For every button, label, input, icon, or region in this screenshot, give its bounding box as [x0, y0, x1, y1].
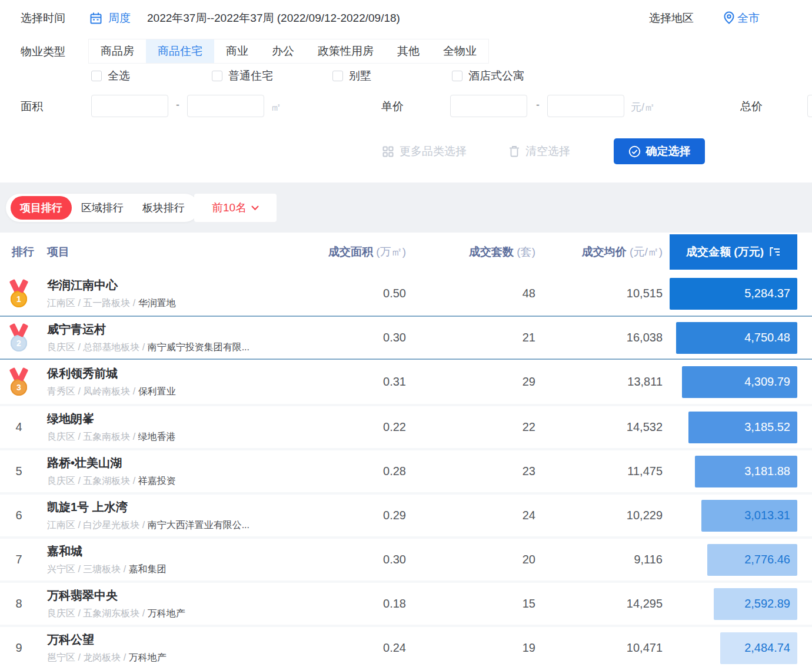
- amount-bar: 3,185.52: [688, 412, 797, 443]
- property-type-tab[interactable]: 全物业: [431, 39, 488, 63]
- table-row[interactable]: 4 绿地朗峯 良庆区 / 五象南板块 / 绿地香港 0.22 22 14,532…: [0, 404, 812, 448]
- project-district-block: 江南区 / 五一路板块 /: [47, 298, 138, 308]
- unit-price-max-input[interactable]: [547, 95, 624, 117]
- confirm-selection-button[interactable]: 确定选择: [614, 138, 705, 164]
- more-categories-label: 更多品类选择: [400, 144, 467, 159]
- area-value: 0.50: [318, 287, 406, 300]
- project-location: 江南区 / 白沙星光板块 / 南宁大西洋置业有限公...: [47, 519, 318, 532]
- area-value: 0.31: [318, 375, 406, 389]
- property-type-tab[interactable]: 其他: [385, 39, 431, 63]
- ranking-tab[interactable]: 区域排行: [72, 196, 133, 220]
- price-value: 14,532: [535, 420, 663, 434]
- time-range-text[interactable]: 2022年37周--2022年37周 (2022/09/12-2022/09/1…: [147, 11, 400, 26]
- property-type-tab[interactable]: 商品住宅: [146, 39, 214, 63]
- rank-cell: 6: [0, 509, 38, 522]
- table-row[interactable]: 2 威宁青运村 良庆区 / 总部基地板块 / 南宁威宁投资集团有限... 0.3…: [0, 316, 812, 360]
- table-row[interactable]: 5 路桥•壮美山湖 良庆区 / 五象湖板块 / 祥嘉投资 0.28 23 11,…: [0, 448, 812, 492]
- subtype-checkbox[interactable]: 酒店式公寓: [452, 68, 524, 84]
- project-developer: 南宁大西洋置业有限公...: [148, 520, 249, 530]
- project-name: 凯旋1号 上水湾: [47, 499, 318, 515]
- price-value: 10,515: [535, 287, 663, 300]
- project-cell: 嘉和城 兴宁区 / 三塘板块 / 嘉和集团: [38, 543, 318, 576]
- header-rank: 排行: [0, 244, 38, 260]
- project-location: 良庆区 / 总部基地板块 / 南宁威宁投资集团有限...: [47, 341, 318, 354]
- checkbox-label: 普通住宅: [228, 68, 273, 84]
- project-developer: 万科地产: [148, 608, 185, 618]
- amount-bar: 2,592.89: [714, 588, 797, 620]
- area-value: 0.22: [318, 420, 406, 434]
- time-filter-label: 选择时间: [21, 11, 65, 26]
- project-location: 江南区 / 五一路板块 / 华润置地: [47, 297, 318, 310]
- price-value: 10,229: [535, 509, 663, 522]
- area-value: 0.29: [318, 509, 406, 522]
- table-row[interactable]: 6 凯旋1号 上水湾 江南区 / 白沙星光板块 / 南宁大西洋置业有限公... …: [0, 492, 812, 536]
- project-district-block: 良庆区 / 五象南板块 /: [47, 432, 138, 442]
- ranking-tab[interactable]: 板块排行: [133, 196, 194, 220]
- region-value-link[interactable]: 全市: [737, 11, 760, 26]
- table-row[interactable]: 1 华润江南中心 江南区 / 五一路板块 / 华润置地 0.50 48 10,5…: [0, 271, 812, 316]
- region-filter-label: 选择地区: [649, 11, 694, 26]
- checkbox-icon[interactable]: [91, 71, 102, 81]
- property-type-tab[interactable]: 政策性用房: [306, 39, 385, 63]
- rank-cell: 4: [0, 420, 38, 434]
- area-max-input[interactable]: [187, 95, 264, 117]
- table-row[interactable]: 8 万科翡翠中央 良庆区 / 五象湖东板块 / 万科地产 0.18 15 14,…: [0, 581, 812, 625]
- more-categories-button[interactable]: 更多品类选择: [382, 144, 467, 159]
- ranking-bar: 项目排行区域排行板块排行 前10名: [0, 183, 812, 233]
- project-district-block: 良庆区 / 五象湖板块 /: [47, 476, 138, 486]
- total-price-min-input[interactable]: [807, 95, 812, 117]
- amount-bar: 2,484.74: [720, 632, 797, 664]
- project-developer: 南宁威宁投资集团有限...: [148, 342, 249, 352]
- subtype-checkbox[interactable]: 全选: [91, 68, 130, 84]
- subtype-checkbox[interactable]: 普通住宅: [212, 68, 273, 84]
- project-cell: 万科翡翠中央 良庆区 / 五象湖东板块 / 万科地产: [38, 588, 318, 620]
- table-row[interactable]: 7 嘉和城 兴宁区 / 三塘板块 / 嘉和集团 0.30 20 9,116 2,…: [0, 536, 812, 581]
- check-circle-icon: [628, 145, 641, 158]
- area-min-input[interactable]: [91, 95, 168, 117]
- subtype-checkbox[interactable]: 别墅: [332, 68, 371, 84]
- medal-silver-icon: 2: [9, 324, 29, 351]
- project-cell: 万科公望 邕宁区 / 龙岗板块 / 万科地产: [38, 632, 318, 664]
- area-value: 0.18: [318, 597, 406, 611]
- table-row[interactable]: 3 保利领秀前城 青秀区 / 凤岭南板块 / 保利置业 0.31 29 13,8…: [0, 360, 812, 404]
- project-name: 威宁青运村: [47, 321, 318, 337]
- rank-number: 4: [15, 420, 22, 434]
- project-name: 华润江南中心: [47, 277, 318, 293]
- checkbox-icon[interactable]: [332, 71, 343, 81]
- amount-bar-cell: 4,309.79: [663, 366, 797, 398]
- rank-number: 8: [15, 597, 22, 611]
- units-value: 15: [406, 597, 535, 611]
- header-amount-sort[interactable]: 成交金额 (万元): [670, 234, 797, 270]
- units-value: 19: [406, 641, 535, 655]
- property-type-tabs: 商品房商品住宅商业办公政策性用房其他全物业: [88, 39, 489, 64]
- checkbox-label: 酒店式公寓: [468, 68, 524, 84]
- project-district-block: 江南区 / 白沙星光板块 /: [47, 520, 148, 530]
- price-value: 9,116: [535, 553, 663, 566]
- amount-value: 4,309.79: [744, 375, 797, 389]
- table-row[interactable]: 9 万科公望 邕宁区 / 龙岗板块 / 万科地产 0.24 19 10,471 …: [0, 625, 812, 669]
- property-type-tab[interactable]: 商业: [214, 39, 260, 63]
- project-developer: 保利置业: [138, 386, 176, 396]
- ranking-tab[interactable]: 项目排行: [11, 196, 72, 220]
- checkbox-icon[interactable]: [452, 71, 462, 81]
- checkbox-icon[interactable]: [212, 71, 222, 81]
- area-value: 0.24: [318, 641, 406, 655]
- project-district-block: 兴宁区 / 三塘板块 /: [47, 564, 129, 574]
- price-range-separator: -: [536, 99, 540, 111]
- time-mode-link[interactable]: 周度: [108, 11, 131, 26]
- amount-bar: 3,013.31: [701, 500, 797, 532]
- top-n-dropdown[interactable]: 前10名: [194, 194, 277, 222]
- property-type-tab[interactable]: 商品房: [89, 39, 146, 63]
- clear-selection-button[interactable]: 清空选择: [509, 144, 570, 159]
- project-location: 兴宁区 / 三塘板块 / 嘉和集团: [47, 563, 318, 576]
- project-district-block: 良庆区 / 总部基地板块 /: [47, 342, 148, 352]
- property-type-tab[interactable]: 办公: [260, 39, 306, 63]
- project-cell: 路桥•壮美山湖 良庆区 / 五象湖板块 / 祥嘉投资: [38, 455, 318, 487]
- unit-price-min-input[interactable]: [450, 95, 527, 117]
- confirm-selection-label: 确定选择: [646, 144, 691, 159]
- project-location: 良庆区 / 五象南板块 / 绿地香港: [47, 431, 318, 443]
- price-value: 14,295: [535, 597, 663, 611]
- subtype-checkbox-row: 全选普通住宅别墅酒店式公寓: [0, 68, 812, 86]
- amount-value: 3,181.88: [744, 465, 797, 478]
- amount-bar-cell: 3,013.31: [663, 500, 797, 532]
